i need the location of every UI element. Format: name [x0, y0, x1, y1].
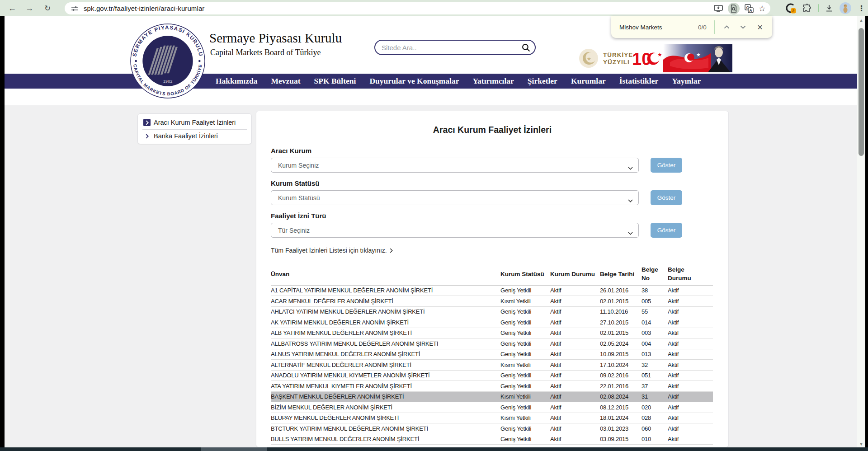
table-cell: Aktif [550, 296, 600, 307]
table-cell: 02.01.2015 [600, 328, 642, 338]
downloads-icon[interactable] [825, 4, 833, 12]
translate-icon[interactable]: GA [745, 4, 754, 13]
find-in-page-icon[interactable] [728, 3, 740, 14]
bookmark-star-icon[interactable]: ☆ [759, 4, 766, 14]
site-title: Sermaye Piyasası Kurulu [209, 31, 342, 46]
column-header: Belge No [642, 264, 668, 285]
table-cell: 32 [642, 360, 668, 371]
nav-item[interactable]: Yayınlar [672, 76, 701, 86]
find-match-count: 0/0 [698, 24, 707, 31]
goster-button-1[interactable]: Göster [651, 158, 682, 173]
centenary-line2: YÜZYILI [603, 59, 630, 66]
table-cell: 22.01.2016 [600, 381, 642, 392]
find-input[interactable]: Mishov Markets [619, 24, 662, 31]
install-icon[interactable] [714, 5, 723, 13]
address-bar[interactable]: spk.gov.tr/faaliyet-izinleri/araci-kurum… [65, 2, 770, 14]
table-row[interactable]: BAŞKENT MENKUL DEĞERLER ANONİM ŞİRKETİKı… [271, 391, 713, 402]
reload-icon[interactable]: ↻ [41, 0, 54, 16]
web-page: Sermaye Piyasası Kurulu Capital Markets … [5, 16, 857, 447]
table-cell: Geniş Yetkili [500, 349, 550, 360]
table-cell: BTCTURK YATIRIM MENKUL DEĞERLER ANONİM Ş… [271, 423, 500, 434]
all-permits-link[interactable]: Tüm Faaliyet İzinleri Listesi için tıkla… [271, 247, 393, 254]
vertical-scrollbar[interactable]: ▲ ▼ [857, 16, 865, 447]
table-cell: 11.10.2016 [600, 306, 642, 317]
table-row[interactable]: A1 CAPİTAL YATIRIM MENKUL DEĞERLER ANONİ… [271, 285, 713, 296]
table-cell: Geniş Yetkili [500, 370, 550, 381]
table-cell: Aktif [668, 296, 713, 307]
table-cell: 014 [642, 317, 668, 328]
table-cell: Geniş Yetkili [500, 434, 550, 445]
table-row[interactable]: ACAR MENKUL DEĞERLER ANONİM ŞİRKETİKısmi… [271, 296, 713, 307]
nav-item[interactable]: Kurumlar [571, 76, 606, 86]
nav-item[interactable]: Duyurular ve Konuşmalar [369, 76, 459, 86]
nav-item[interactable]: Mevzuat [271, 76, 300, 86]
svg-text:★: ★ [657, 52, 662, 58]
table-row[interactable]: ALTERNATİF MENKUL DEĞERLER ANONİM ŞİRKET… [271, 360, 713, 371]
chevron-down-icon [628, 229, 633, 237]
kurum-statusu-select[interactable]: Kurum Statüsü [271, 190, 639, 205]
menu-dots-icon[interactable]: ⋮ [858, 4, 865, 13]
faaliyet-izni-turu-select[interactable]: Tür Seçiniz [271, 223, 639, 238]
select-value: Tür Seçiniz [278, 227, 310, 234]
table-cell: Geniş Yetkili [500, 338, 550, 349]
table-row[interactable]: ANADOLU YATIRIM MENKUL KIYMETLER ANONİM … [271, 370, 713, 381]
sidebar-item-banka[interactable]: Banka Faaliyet İzinleri [142, 130, 247, 143]
sidebar: Aracı Kurum Faaliyet İzinleri Banka Faal… [137, 113, 252, 144]
table-cell: Aktif [550, 381, 600, 392]
back-icon[interactable]: ← [5, 0, 19, 16]
extensions-puzzle-icon[interactable] [802, 4, 811, 13]
nav-item[interactable]: Şirketler [528, 76, 557, 86]
select-value: Kurum Statüsü [278, 194, 320, 202]
search-icon[interactable] [522, 43, 530, 54]
table-cell: 02.01.2015 [600, 296, 642, 307]
svg-text:★: ★ [696, 52, 701, 57]
araci-kurum-select[interactable]: Kurum Seçiniz [271, 158, 639, 173]
url-text[interactable]: spk.gov.tr/faaliyet-izinleri/araci-kurum… [84, 5, 204, 12]
extension-badge-icon[interactable]: 2 [785, 3, 796, 14]
table-row[interactable]: AK YATIRIM MENKUL DEĞERLER ANONİM ŞİRKET… [271, 317, 713, 328]
forward-icon[interactable]: → [23, 0, 36, 16]
find-close-icon[interactable]: × [754, 21, 766, 33]
toolbar-separator [818, 4, 819, 12]
find-next-icon[interactable] [737, 21, 749, 33]
table-cell: Aktif [550, 306, 600, 317]
table-cell: Aktif [550, 391, 600, 402]
table-cell: 020 [642, 402, 668, 413]
scrollbar-up-arrow[interactable]: ▲ [857, 18, 865, 23]
scrollbar-thumb[interactable] [859, 28, 864, 156]
table-cell: 010 [642, 434, 668, 445]
table-cell: 028 [642, 413, 668, 423]
table-row[interactable]: BTCTURK YATIRIM MENKUL DEĞERLER ANONİM Ş… [271, 423, 713, 434]
nav-item[interactable]: İstatistikler [619, 76, 659, 86]
table-cell: 31 [642, 391, 668, 402]
table-row[interactable]: BLUPAY MENKUL DEĞERLER ANONİM ŞİRKETİKıs… [271, 413, 713, 423]
nav-item[interactable]: Hakkımızda [216, 76, 257, 86]
nav-item[interactable]: SPK Bülteni [314, 76, 356, 86]
nav-item[interactable]: Yatırımcılar [472, 76, 514, 86]
goster-button-2[interactable]: Göster [651, 190, 682, 205]
site-search-input[interactable] [382, 44, 513, 52]
table-cell: Aktif [668, 328, 713, 338]
table-row[interactable]: AHLATCI YATIRIM MENKUL DEĞERLER ANONİM Ş… [271, 306, 713, 317]
bottom-edge-segment [201, 447, 267, 451]
site-info-icon[interactable] [71, 5, 78, 14]
site-search-box[interactable] [374, 40, 536, 55]
table-row[interactable]: BULLS YATIRIM MENKUL DEĞERLER ANONİM ŞİR… [271, 434, 713, 445]
table-row[interactable]: BİZİM MENKUL DEĞERLER ANONİM ŞİRKETİGeni… [271, 402, 713, 413]
find-previous-icon[interactable] [721, 21, 732, 33]
table-cell: Geniş Yetkili [500, 328, 550, 338]
logo-year: 1982 [163, 79, 173, 84]
sidebar-item-araci-kurum[interactable]: Aracı Kurum Faaliyet İzinleri [142, 116, 247, 130]
table-cell: 02.08.2024 [600, 391, 642, 402]
scrollbar-down-arrow[interactable]: ▼ [857, 442, 865, 446]
table-cell: Aktif [668, 338, 713, 349]
profile-avatar[interactable] [840, 2, 851, 14]
goster-button-3[interactable]: Göster [651, 223, 682, 238]
table-cell: 08.12.2015 [600, 402, 642, 413]
table-row[interactable]: ATA YATIRIM MENKUL KIYMETLER ANONİM ŞİRK… [271, 381, 713, 392]
table-row[interactable]: ALLBATROSS YATIRIM MENKUL DEĞERLER ANONİ… [271, 338, 713, 349]
table-row[interactable]: ALB YATIRIM MENKUL DEĞERLER ANONİM ŞİRKE… [271, 328, 713, 338]
table-cell: Aktif [668, 285, 713, 296]
table-row[interactable]: ALNUS YATIRIM MENKUL DEĞERLER ANONİM ŞİR… [271, 349, 713, 360]
table-cell: 26.01.2016 [600, 285, 642, 296]
